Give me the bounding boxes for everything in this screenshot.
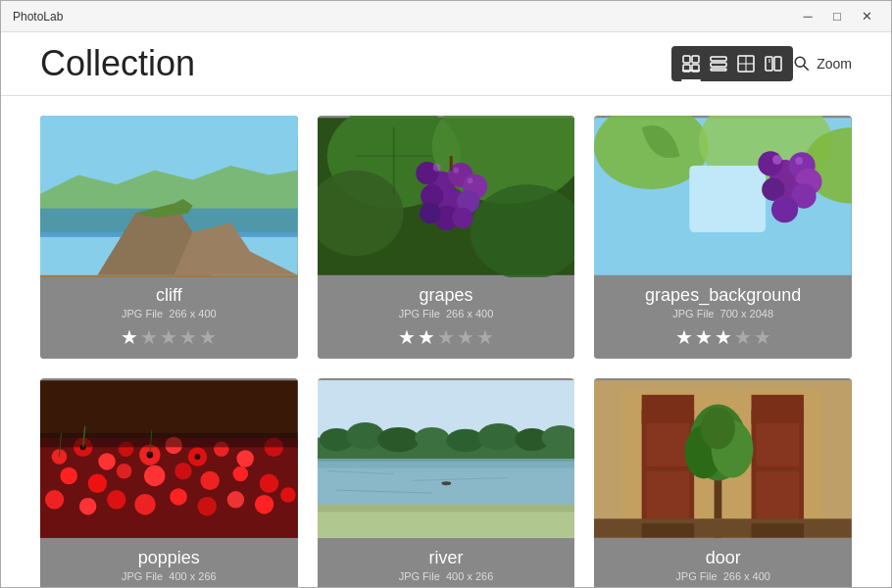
star-3: ★ xyxy=(715,325,732,349)
photo-meta-river: JPG File 400 x 266 xyxy=(327,570,566,582)
photo-meta-grapes: JPG File 266 x 400 xyxy=(327,308,566,319)
app-title: PhotoLab xyxy=(13,10,63,24)
svg-point-69 xyxy=(236,450,254,467)
photo-stars-cliff[interactable]: ★ ★ ★ ★ ★ xyxy=(50,325,288,349)
toolbar xyxy=(671,46,793,81)
star-4: ★ xyxy=(457,325,474,349)
toolbar-view2-button[interactable] xyxy=(705,50,732,77)
svg-point-80 xyxy=(79,498,97,515)
photo-card-river[interactable]: river JPG File 400 x 266 ★ ★ ★ ★ ★ xyxy=(318,378,575,587)
maximize-button[interactable]: □ xyxy=(824,7,850,26)
star-1: ★ xyxy=(675,325,693,349)
svg-point-86 xyxy=(255,495,273,514)
svg-point-103 xyxy=(477,423,520,450)
toolbar-view3-button[interactable] xyxy=(732,50,760,77)
photo-thumbnail-river xyxy=(318,378,575,540)
svg-rect-123 xyxy=(757,471,800,519)
photo-card-door[interactable]: door JPG File 266 x 400 ★ ★ ★ ★ ★ xyxy=(594,378,852,587)
photo-thumbnail-grapes-background xyxy=(594,116,852,277)
svg-point-79 xyxy=(45,490,64,509)
svg-point-56 xyxy=(771,196,798,222)
photo-thumbnail-grapes xyxy=(318,116,575,277)
svg-rect-113 xyxy=(318,505,575,513)
svg-point-58 xyxy=(796,157,804,165)
svg-point-63 xyxy=(98,453,116,470)
svg-rect-0 xyxy=(683,56,690,63)
search-icon[interactable] xyxy=(793,55,811,73)
close-button[interactable]: ✕ xyxy=(854,7,879,26)
star-4: ★ xyxy=(734,325,752,349)
svg-rect-5 xyxy=(711,57,726,61)
photo-info-cliff: cliff JPG File 266 x 400 ★ ★ ★ ★ ★ xyxy=(40,277,298,359)
star-5: ★ xyxy=(754,325,771,349)
app-window: PhotoLab ─ □ ✕ Collection xyxy=(0,0,892,588)
star-5: ★ xyxy=(199,325,217,349)
poppies-svg xyxy=(40,378,298,540)
toolbar-view1-button[interactable] xyxy=(677,50,705,77)
svg-point-100 xyxy=(377,427,420,452)
grapes-svg xyxy=(318,116,575,277)
svg-point-72 xyxy=(88,474,107,493)
svg-rect-132 xyxy=(594,518,852,537)
svg-point-81 xyxy=(107,490,125,509)
svg-point-38 xyxy=(452,208,472,228)
svg-rect-133 xyxy=(642,523,695,538)
svg-rect-134 xyxy=(752,523,805,538)
svg-point-73 xyxy=(117,464,132,479)
svg-rect-91 xyxy=(40,433,298,448)
photo-name-cliff: cliff xyxy=(50,285,288,306)
star-1: ★ xyxy=(121,325,138,349)
svg-point-99 xyxy=(346,422,384,449)
toolbar-view4-button[interactable] xyxy=(760,50,787,77)
svg-point-83 xyxy=(170,488,187,506)
zoom-label: Zoom xyxy=(817,56,852,72)
photo-grid: cliff JPG File 266 x 400 ★ ★ ★ ★ ★ xyxy=(40,116,852,587)
photo-info-door: door JPG File 266 x 400 ★ ★ ★ ★ ★ xyxy=(594,540,852,587)
photo-card-grapes[interactable]: grapes JPG File 266 x 400 ★ ★ ★ ★ ★ xyxy=(318,116,575,359)
photo-meta-poppies: JPG File 400 x 266 xyxy=(50,570,288,582)
header: Collection xyxy=(1,32,891,96)
star-3: ★ xyxy=(437,325,455,349)
photo-thumbnail-door xyxy=(594,378,852,540)
svg-point-111 xyxy=(441,481,451,485)
photo-grid-container: cliff JPG File 266 x 400 ★ ★ ★ ★ ★ xyxy=(1,96,891,587)
list-view-icon xyxy=(710,55,727,73)
svg-rect-7 xyxy=(711,69,726,71)
grapes-bg-svg xyxy=(594,116,852,277)
photo-info-grapes: grapes JPG File 266 x 400 ★ ★ ★ ★ ★ xyxy=(318,277,575,359)
svg-point-71 xyxy=(60,467,77,485)
svg-point-87 xyxy=(280,487,296,503)
photo-card-cliff[interactable]: cliff JPG File 266 x 400 ★ ★ ★ ★ ★ xyxy=(40,116,298,359)
svg-point-75 xyxy=(174,463,192,480)
photo-name-grapes-background: grapes_background xyxy=(604,285,842,306)
svg-rect-124 xyxy=(752,395,805,423)
star-3: ★ xyxy=(160,325,177,349)
photo-meta-door: JPG File 266 x 400 xyxy=(604,570,842,582)
photo-stars-grapes[interactable]: ★ ★ ★ ★ ★ xyxy=(327,325,566,349)
svg-point-82 xyxy=(134,494,155,514)
svg-point-85 xyxy=(227,491,245,509)
photo-stars-grapes-background[interactable]: ★ ★ ★ ★ ★ xyxy=(604,325,842,349)
door-svg xyxy=(594,378,852,540)
star-2: ★ xyxy=(418,325,435,349)
star-1: ★ xyxy=(398,325,416,349)
zoom-area: Zoom xyxy=(793,55,852,73)
title-bar: PhotoLab ─ □ ✕ xyxy=(1,1,891,32)
svg-point-57 xyxy=(772,155,782,165)
photo-card-poppies[interactable]: poppies JPG File 400 x 266 ★ ★ ★ ★ ★ xyxy=(40,378,298,587)
star-2: ★ xyxy=(695,325,713,349)
svg-rect-11 xyxy=(766,57,772,71)
svg-rect-12 xyxy=(774,57,781,71)
photo-name-door: door xyxy=(604,548,842,568)
photo-card-grapes-background[interactable]: grapes_background JPG File 700 x 2048 ★ … xyxy=(594,116,852,359)
minimize-button[interactable]: ─ xyxy=(795,7,820,26)
svg-point-74 xyxy=(144,466,165,486)
photo-meta-grapes-background: JPG File 700 x 2048 xyxy=(604,308,842,319)
svg-point-101 xyxy=(415,427,449,448)
svg-point-78 xyxy=(260,474,278,493)
svg-rect-112 xyxy=(318,510,575,538)
svg-point-90 xyxy=(195,454,201,460)
svg-point-39 xyxy=(420,203,440,223)
river-svg xyxy=(318,378,575,540)
page-title: Collection xyxy=(40,43,671,84)
